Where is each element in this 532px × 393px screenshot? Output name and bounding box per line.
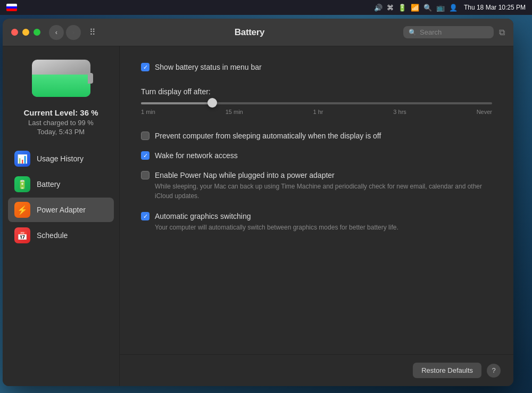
auto-graphics-label: Automatic graphics switching — [155, 212, 251, 220]
power-nap-row: Enable Power Nap while plugged into a po… — [141, 170, 492, 201]
sidebar-nav: 📊 Usage History 🔋 Battery ⚡ Power Adapte… — [3, 146, 119, 249]
last-charged: Last charged to 99 % — [23, 119, 98, 127]
bottom-bar: Restore Defaults ? — [120, 354, 513, 386]
titlebar: ‹ › ⠿ Battery 🔍 ⧉ — [3, 19, 513, 46]
main-content: Current Level: 36 % Last charged to 99 %… — [3, 46, 513, 386]
close-button[interactable] — [11, 29, 18, 36]
display-icon: 📺 — [436, 4, 445, 12]
auto-graphics-checkbox[interactable]: ✓ — [141, 212, 149, 220]
minimize-button[interactable] — [22, 29, 29, 36]
usage-history-icon: 📊 — [14, 151, 30, 167]
menubar: 🔊 ⌘ 🔋 📶 🔍 📺 👤 Thu 18 Mar 10:25 PM — [0, 0, 532, 15]
power-nap-label: Enable Power Nap while plugged into a po… — [155, 171, 335, 179]
flag-icon — [6, 4, 17, 11]
sidebar: Current Level: 36 % Last charged to 99 %… — [3, 46, 120, 386]
current-level: Current Level: 36 % — [23, 108, 98, 117]
traffic-lights — [11, 29, 40, 36]
battery-body — [32, 60, 90, 97]
show-battery-status-label: Show battery status in menu bar — [155, 63, 262, 71]
turn-display-off-label: Turn display off after: — [141, 87, 492, 96]
menubar-right: 🔊 ⌘ 🔋 📶 🔍 📺 👤 Thu 18 Mar 10:25 PM — [374, 4, 526, 12]
battery-fill — [32, 75, 90, 97]
wake-network-row[interactable]: ✓ Wake for network access — [141, 151, 492, 160]
tick-1min: 1 min — [141, 109, 155, 115]
auto-graphics-row: ✓ Automatic graphics switching Your comp… — [141, 211, 492, 232]
schedule-icon: 📅 — [14, 227, 30, 243]
wifi-icon: 📶 — [411, 4, 419, 12]
slider-track — [141, 102, 492, 104]
sidebar-item-usage-history[interactable]: 📊 Usage History — [8, 146, 114, 171]
battery-status: Current Level: 36 % Last charged to 99 %… — [23, 108, 98, 136]
window-title: Battery — [96, 27, 403, 38]
show-battery-status-row[interactable]: ✓ Show battery status in menu bar — [141, 62, 492, 71]
sidebar-item-power-adapter[interactable]: ⚡ Power Adapter — [8, 198, 114, 222]
slider-ticks: 1 min 15 min 1 hr 3 hrs Never — [141, 109, 492, 115]
sidebar-item-battery[interactable]: 🔋 Battery — [8, 172, 114, 196]
nav-forward-button[interactable]: › — [66, 25, 81, 40]
preferences-window: ‹ › ⠿ Battery 🔍 ⧉ Current Level: 36 % La… — [3, 19, 513, 386]
tick-never: Never — [477, 109, 492, 115]
prevent-sleeping-checkbox[interactable] — [141, 132, 149, 140]
battery-illustration — [29, 57, 93, 100]
restore-defaults-button[interactable]: Restore Defaults — [413, 363, 481, 378]
battery-terminal — [88, 73, 93, 84]
spacer — [141, 243, 492, 370]
menubar-left — [6, 4, 17, 11]
user-icon: 👤 — [449, 4, 458, 12]
turn-display-off-section: Turn display off after: 1 min 15 min 1 h… — [141, 87, 492, 115]
tick-15min: 15 min — [226, 109, 243, 115]
power-adapter-icon: ⚡ — [14, 202, 30, 218]
display-off-slider-wrapper[interactable] — [141, 102, 492, 104]
tick-3hrs: 3 hrs — [393, 109, 406, 115]
nav-back-button[interactable]: ‹ — [49, 25, 64, 40]
power-nap-container[interactable]: Enable Power Nap while plugged into a po… — [141, 170, 492, 179]
menubar-datetime: Thu 18 Mar 10:25 PM — [464, 4, 526, 11]
battery-menu-icon: 🔋 — [398, 4, 406, 12]
auto-graphics-container[interactable]: ✓ Automatic graphics switching — [141, 211, 492, 220]
maximize-button[interactable] — [34, 29, 40, 36]
power-adapter-label: Power Adapter — [37, 206, 86, 214]
last-charged-time: Today, 5:43 PM — [23, 128, 98, 136]
slider-thumb[interactable] — [207, 98, 217, 108]
prevent-sleeping-row[interactable]: Prevent computer from sleeping automatic… — [141, 131, 492, 140]
nav-arrows: ‹ › — [49, 25, 81, 40]
window-resize-icon: ⧉ — [499, 28, 505, 37]
auto-graphics-sublabel: Your computer will automatically switch … — [155, 223, 492, 232]
search-box[interactable]: 🔍 — [403, 26, 494, 38]
wake-network-label: Wake for network access — [155, 151, 238, 160]
slider-fill — [141, 102, 211, 104]
search-icon: 🔍 — [409, 29, 417, 36]
grid-icon[interactable]: ⠿ — [89, 27, 96, 37]
prevent-sleeping-label: Prevent computer from sleeping automatic… — [155, 132, 381, 140]
wake-network-checkbox[interactable]: ✓ — [141, 151, 149, 160]
right-panel: ✓ Show battery status in menu bar Turn d… — [120, 46, 513, 386]
bluetooth-icon: ⌘ — [387, 4, 394, 12]
schedule-label: Schedule — [37, 231, 68, 240]
help-button[interactable]: ? — [487, 364, 501, 378]
power-nap-sublabel: While sleeping, your Mac can back up usi… — [155, 182, 492, 201]
search-input[interactable] — [420, 28, 488, 36]
tick-1hr: 1 hr — [313, 109, 323, 115]
search-menubar-icon: 🔍 — [423, 4, 432, 12]
usage-history-label: Usage History — [37, 154, 84, 163]
battery-nav-label: Battery — [37, 180, 60, 189]
show-battery-status-checkbox[interactable]: ✓ — [141, 63, 149, 71]
sidebar-item-schedule[interactable]: 📅 Schedule — [8, 223, 114, 248]
volume-icon: 🔊 — [374, 4, 383, 12]
power-nap-checkbox[interactable] — [141, 171, 149, 179]
battery-nav-icon: 🔋 — [14, 176, 30, 192]
